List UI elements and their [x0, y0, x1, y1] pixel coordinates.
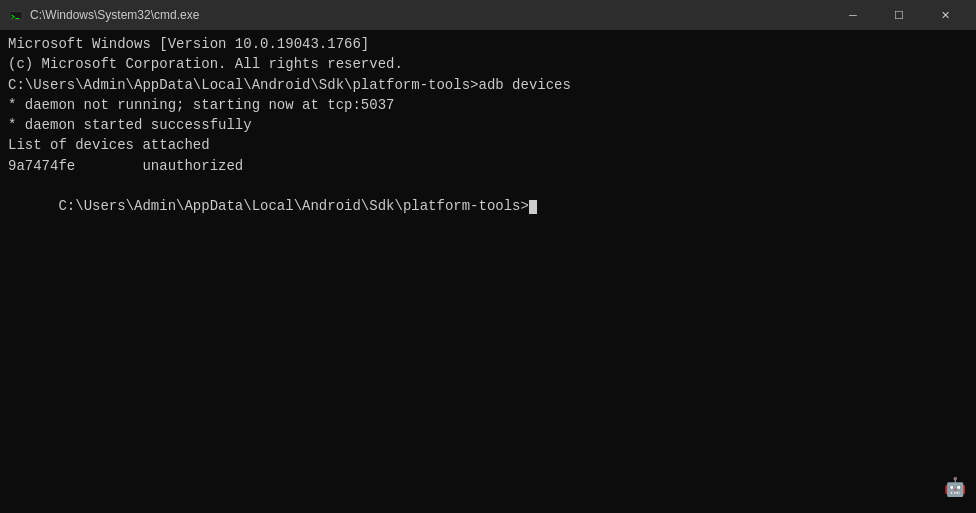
terminal-line: * daemon started successfully — [8, 115, 968, 135]
terminal-line-device: 9a7474fe unauthorized — [8, 156, 968, 176]
terminal-line: * daemon not running; starting now at tc… — [8, 95, 968, 115]
terminal-body[interactable]: Microsoft Windows [Version 10.0.19043.17… — [0, 30, 976, 513]
maximize-button[interactable]: ☐ — [876, 0, 922, 30]
minimize-button[interactable]: ─ — [830, 0, 876, 30]
titlebar: C:\Windows\System32\cmd.exe ─ ☐ ✕ — [0, 0, 976, 30]
terminal-line: (c) Microsoft Corporation. All rights re… — [8, 54, 968, 74]
window-title: C:\Windows\System32\cmd.exe — [30, 8, 199, 22]
cursor — [529, 200, 537, 214]
titlebar-left: C:\Windows\System32\cmd.exe — [8, 7, 199, 23]
robot-icon: 🤖 — [944, 476, 966, 501]
cmd-icon — [8, 7, 24, 23]
terminal-prompt-line: C:\Users\Admin\AppData\Local\Android\Sdk… — [8, 176, 968, 237]
terminal-line: List of devices attached — [8, 135, 968, 155]
cmd-window: C:\Windows\System32\cmd.exe ─ ☐ ✕ Micros… — [0, 0, 976, 513]
close-button[interactable]: ✕ — [922, 0, 968, 30]
titlebar-controls: ─ ☐ ✕ — [830, 0, 968, 30]
terminal-line: Microsoft Windows [Version 10.0.19043.17… — [8, 34, 968, 54]
terminal-line: C:\Users\Admin\AppData\Local\Android\Sdk… — [8, 75, 968, 95]
